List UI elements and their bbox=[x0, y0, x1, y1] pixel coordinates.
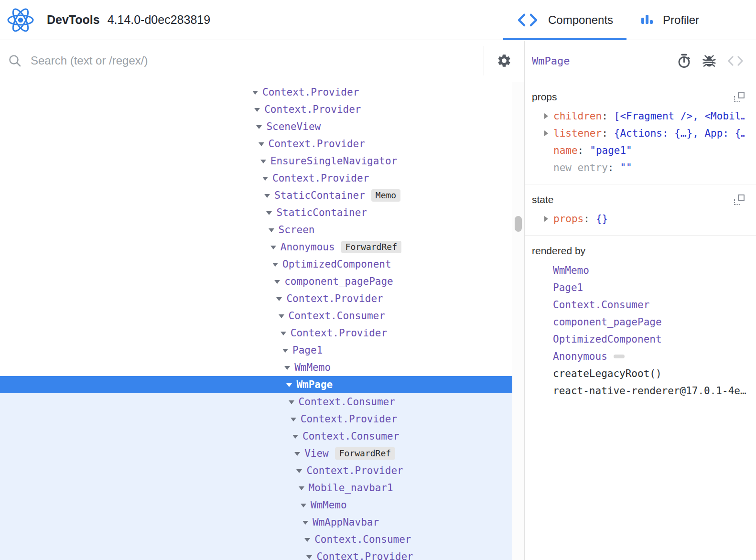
rendered-by-item[interactable]: OptimizedComponent bbox=[532, 331, 745, 348]
tab-components[interactable]: Components bbox=[503, 0, 626, 40]
expander-chevron-down-icon[interactable] bbox=[269, 228, 274, 232]
expander-chevron-down-icon[interactable] bbox=[256, 125, 262, 129]
rendered-by-name[interactable]: Page1 bbox=[553, 282, 583, 293]
suspend-toggle-button[interactable] bbox=[677, 54, 691, 68]
rendered-by-name[interactable]: OptimizedComponent bbox=[553, 334, 662, 345]
view-source-button[interactable] bbox=[727, 55, 744, 66]
selected-component-title: WmPage bbox=[532, 55, 570, 67]
component-tree[interactable]: Context.ProviderContext.ProviderSceneVie… bbox=[0, 82, 512, 560]
tree-row[interactable]: EnsureSingleNavigator bbox=[0, 152, 512, 170]
tree-row[interactable]: AnonymousForwardRef bbox=[0, 238, 512, 256]
expander-chevron-down-icon[interactable] bbox=[299, 486, 304, 490]
tree-row[interactable]: StaticContainer bbox=[0, 204, 512, 221]
prop-row[interactable]: listener:{Actions: {…}, App: {… bbox=[532, 125, 745, 142]
tree-row[interactable]: Context.Consumer bbox=[0, 531, 512, 548]
tree-row[interactable]: Context.Consumer bbox=[0, 428, 512, 445]
tree-row[interactable]: Context.Consumer bbox=[0, 307, 512, 324]
tree-row[interactable]: Context.Provider bbox=[0, 101, 512, 118]
expand-arrow-icon[interactable] bbox=[544, 113, 548, 119]
expander-chevron-down-icon[interactable] bbox=[259, 142, 264, 146]
prop-row[interactable]: new entry:"" bbox=[532, 159, 745, 176]
expander-chevron-down-icon[interactable] bbox=[270, 246, 276, 249]
rendered-by-name[interactable]: Context.Consumer bbox=[553, 299, 649, 311]
expander-chevron-down-icon[interactable] bbox=[266, 211, 272, 215]
search-input[interactable] bbox=[31, 46, 479, 75]
tree-row[interactable]: Context.Provider bbox=[0, 410, 512, 428]
attribute-value[interactable]: "" bbox=[620, 162, 745, 173]
expander-chevron-down-icon[interactable] bbox=[294, 452, 300, 456]
component-name: StaticContainer bbox=[276, 207, 367, 218]
expander-chevron-down-icon[interactable] bbox=[296, 469, 302, 473]
expander-chevron-down-icon[interactable] bbox=[254, 108, 260, 112]
rendered-by-name[interactable]: WmMemo bbox=[553, 265, 589, 276]
state-row[interactable]: props:{} bbox=[532, 210, 745, 227]
tree-row[interactable]: OptimizedComponent bbox=[0, 256, 512, 273]
rendered-by-item[interactable]: component_pagePage bbox=[532, 313, 745, 331]
log-to-console-button[interactable] bbox=[702, 54, 716, 68]
attribute-value[interactable]: [<Fragment />, <Mobil… bbox=[614, 110, 745, 122]
expander-chevron-down-icon[interactable] bbox=[282, 349, 288, 353]
expander-chevron-down-icon[interactable] bbox=[279, 314, 284, 318]
tree-row[interactable]: WmMemo bbox=[0, 496, 512, 514]
tree-row[interactable]: SceneView bbox=[0, 118, 512, 135]
expand-arrow-icon[interactable] bbox=[544, 130, 548, 136]
tree-row[interactable]: Context.Provider bbox=[0, 290, 512, 307]
expander-chevron-down-icon[interactable] bbox=[272, 263, 278, 267]
tree-row[interactable]: WmMemo bbox=[0, 359, 512, 376]
expander-chevron-down-icon[interactable] bbox=[301, 504, 306, 507]
rendered-by-item[interactable]: Context.Consumer bbox=[532, 296, 745, 313]
tree-row[interactable]: Context.Provider bbox=[0, 135, 512, 152]
tree-row[interactable]: Context.Provider bbox=[0, 170, 512, 187]
component-name: Context.Consumer bbox=[302, 431, 399, 442]
tree-row[interactable]: ViewForwardRef bbox=[0, 445, 512, 462]
rendered-by-name[interactable]: Anonymous bbox=[553, 351, 607, 362]
settings-button[interactable] bbox=[484, 53, 524, 68]
tree-row[interactable]: Page1 bbox=[0, 342, 512, 359]
tree-row[interactable]: Context.Provider bbox=[0, 462, 512, 479]
tree-row[interactable]: component_pagePage bbox=[0, 273, 512, 290]
expander-chevron-down-icon[interactable] bbox=[291, 418, 296, 421]
expander-chevron-down-icon[interactable] bbox=[289, 400, 294, 404]
expander-chevron-down-icon[interactable] bbox=[252, 91, 258, 95]
expander-chevron-down-icon[interactable] bbox=[274, 280, 280, 284]
prop-row[interactable]: name:"page1" bbox=[532, 142, 745, 159]
expander-chevron-down-icon[interactable] bbox=[281, 332, 286, 335]
expander-chevron-down-icon[interactable] bbox=[262, 177, 268, 181]
prop-row[interactable]: children:[<Fragment />, <Mobil… bbox=[532, 108, 745, 125]
expander-chevron-down-icon[interactable] bbox=[276, 297, 282, 301]
tab-profiler[interactable]: Profiler bbox=[626, 0, 713, 40]
tree-row[interactable]: Context.Consumer bbox=[0, 393, 512, 410]
tree-row[interactable]: Mobile_navbar1 bbox=[0, 479, 512, 496]
rendered-by-item[interactable]: Page1 bbox=[532, 279, 745, 296]
tree-row[interactable]: StaticContainerMemo bbox=[0, 187, 512, 204]
expander-chevron-down-icon[interactable] bbox=[260, 160, 266, 163]
tree-row-selected[interactable]: WmPage bbox=[0, 376, 512, 393]
rendered-by-name[interactable]: component_pagePage bbox=[553, 316, 662, 328]
tree-row[interactable]: Context.Provider bbox=[0, 548, 512, 560]
expander-chevron-down-icon[interactable] bbox=[284, 366, 290, 370]
inspector-header: WmPage bbox=[525, 41, 756, 81]
expander-chevron-down-icon[interactable] bbox=[306, 555, 312, 559]
rendered-by-item[interactable]: Anonymous bbox=[532, 348, 745, 365]
expander-chevron-down-icon[interactable] bbox=[302, 521, 308, 525]
react-logo-icon bbox=[7, 6, 34, 34]
tree-row[interactable]: Screen bbox=[0, 221, 512, 238]
app-name: DevTools bbox=[47, 13, 100, 26]
tree-row[interactable]: WmAppNavbar bbox=[0, 514, 512, 531]
component-name: Context.Consumer bbox=[299, 396, 395, 408]
expander-chevron-down-icon[interactable] bbox=[304, 538, 310, 542]
copy-props-button[interactable] bbox=[734, 92, 745, 102]
tree-row[interactable]: Context.Provider bbox=[0, 84, 512, 101]
copy-state-button[interactable] bbox=[734, 194, 745, 205]
expander-chevron-down-icon[interactable] bbox=[292, 435, 298, 439]
expander-chevron-down-icon[interactable] bbox=[264, 194, 270, 198]
expand-arrow-icon[interactable] bbox=[544, 216, 548, 222]
attribute-value[interactable]: "page1" bbox=[590, 145, 745, 156]
expander-chevron-down-icon[interactable] bbox=[286, 383, 292, 387]
app-version: 4.14.0-d0ec283819 bbox=[108, 13, 210, 26]
attribute-value[interactable]: {} bbox=[596, 213, 745, 225]
attribute-value[interactable]: {Actions: {…}, App: {… bbox=[614, 128, 745, 139]
tree-row[interactable]: Context.Provider bbox=[0, 324, 512, 342]
scrollbar-thumb[interactable] bbox=[515, 216, 522, 232]
rendered-by-item[interactable]: WmMemo bbox=[532, 262, 745, 279]
